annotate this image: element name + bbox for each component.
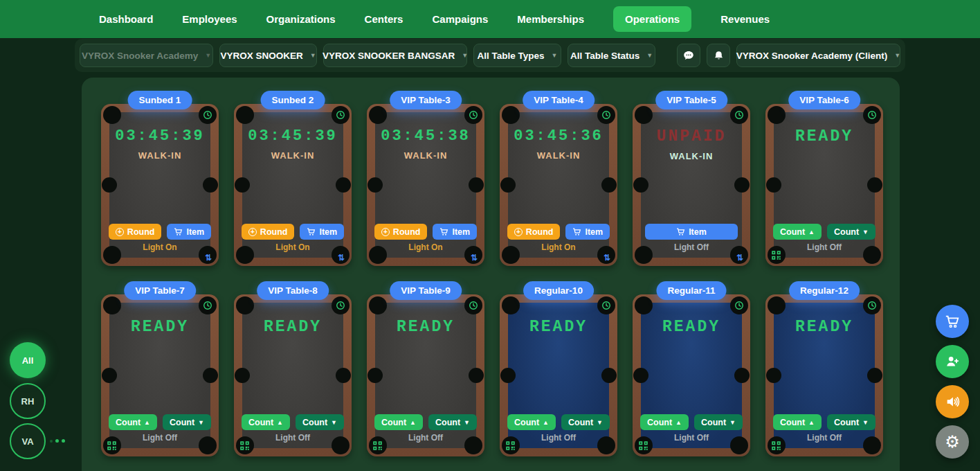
sound-fab[interactable] [936, 385, 969, 418]
item-button[interactable]: Item [300, 224, 344, 240]
qr-code-icon[interactable] [107, 441, 117, 451]
qr-code-icon[interactable] [372, 441, 383, 451]
count-down-button[interactable]: Count▼ [428, 414, 477, 430]
transfer-icon[interactable]: ⇅ [471, 254, 478, 262]
nav-item-dashboard[interactable]: Dashboard [99, 13, 153, 25]
cart-icon [307, 227, 316, 236]
qr-code-icon[interactable] [239, 441, 250, 451]
pocket-bottom-right [863, 436, 881, 454]
table-card-vip-table-3: VIP Table-3 03:45:38 WALK-IN +Round Item… [367, 91, 484, 266]
transfer-icon[interactable]: ⇅ [338, 254, 345, 262]
table-name-badge[interactable]: Regular-12 [789, 281, 860, 300]
chat-button[interactable] [677, 44, 700, 67]
table-type-select[interactable]: All Table Types ▼ [473, 44, 561, 67]
count-down-button[interactable]: Count▼ [827, 414, 875, 430]
count-up-button[interactable]: Count▲ [242, 414, 290, 430]
count-up-button[interactable]: Count▲ [773, 414, 822, 430]
timer-clock-icon [469, 110, 478, 120]
pocket-bottom-left [635, 246, 653, 264]
snooker-table[interactable]: READY Count▲ Count▼ Light Off [367, 294, 484, 456]
chevron-down-icon: ▼ [894, 52, 900, 59]
notifications-button[interactable] [707, 44, 730, 67]
count-up-button[interactable]: Count▲ [640, 414, 689, 430]
round-button[interactable]: +Round [374, 224, 428, 240]
table-name-badge[interactable]: Sunbed 2 [261, 91, 325, 109]
item-button[interactable]: Item [433, 224, 477, 240]
table-name-badge[interactable]: VIP Table-9 [390, 281, 462, 300]
brand-select[interactable]: VYROX SNOOKER ▼ [219, 44, 317, 67]
snooker-table[interactable]: UNPAID WALK-IN Item Light Off [633, 104, 750, 266]
table-name-badge[interactable]: VIP Table-6 [788, 91, 860, 109]
snooker-table[interactable]: READY Count▲ Count▼ Light Off [765, 104, 883, 266]
organization-select[interactable]: VYROX Snooker Academy ▼ [80, 44, 213, 67]
side-filter-va[interactable]: VA [10, 423, 46, 459]
snooker-table[interactable]: 03:45:39 WALK-IN +Round Item Light On [234, 104, 352, 266]
snooker-table[interactable]: READY Count▲ Count▼ Light Off [765, 294, 883, 456]
table-name-badge[interactable]: VIP Table-4 [523, 91, 595, 109]
nav-item-memberships[interactable]: Memberships [517, 13, 584, 25]
qr-code-icon[interactable] [771, 441, 781, 451]
count-up-button[interactable]: Count▲ [109, 414, 157, 430]
center-select[interactable]: VYROX SNOOKER BANGSAR ▼ [323, 44, 467, 67]
snooker-table[interactable]: 03:45:36 WALK-IN +Round Item Light On [500, 104, 617, 266]
snooker-table[interactable]: 03:45:39 WALK-IN +Round Item Light On [101, 104, 219, 266]
snooker-table[interactable]: READY Count▲ Count▼ Light Off [633, 294, 750, 456]
table-name-badge[interactable]: VIP Table-8 [257, 281, 329, 300]
snooker-table[interactable]: READY Count▲ Count▼ Light Off [500, 294, 617, 456]
qr-code-icon[interactable] [638, 441, 648, 451]
side-filter-rh[interactable]: RH [10, 383, 46, 419]
count-up-button[interactable]: Count▲ [374, 414, 423, 430]
pocket-middle-right [734, 177, 750, 193]
round-button[interactable]: +Round [507, 224, 561, 240]
table-name-badge[interactable]: VIP Table-7 [124, 281, 196, 300]
count-up-button[interactable]: Count▲ [773, 224, 822, 240]
booking-type-label: WALK-IN [508, 150, 609, 161]
item-button[interactable]: Item [645, 224, 738, 240]
triangle-down-icon: ▼ [198, 419, 204, 426]
round-button[interactable]: +Round [242, 224, 295, 240]
nav-item-employees[interactable]: Employees [182, 13, 237, 25]
table-name-badge[interactable]: Sunbed 1 [128, 91, 192, 109]
table-status-select[interactable]: All Table Status ▼ [568, 44, 655, 67]
table-name-badge[interactable]: Regular-11 [656, 281, 726, 300]
nav-item-centers[interactable]: Centers [365, 13, 403, 25]
cart-icon [676, 227, 685, 236]
client-select[interactable]: VYROX Snooker Academy (Client) ▼ [736, 44, 900, 67]
settings-fab[interactable]: ⚙ [936, 425, 969, 459]
item-button[interactable]: Item [167, 224, 211, 240]
table-status-text: 03:45:36 [508, 127, 609, 145]
nav-item-organizations[interactable]: Organizations [266, 13, 336, 25]
add-person-fab[interactable] [936, 345, 969, 378]
transfer-icon[interactable]: ⇅ [736, 254, 743, 262]
table-name-badge[interactable]: VIP Table-5 [655, 91, 727, 109]
table-actions: Count▲ Count▼ [641, 414, 742, 430]
booking-type-label: WALK-IN [109, 150, 210, 161]
side-filter-all[interactable]: All [10, 342, 46, 378]
pocket-top-left [236, 296, 254, 314]
nav-item-revenues[interactable]: Revenues [720, 13, 770, 25]
plus-circle-icon: + [514, 228, 523, 236]
timer-clock-icon [734, 301, 744, 310]
count-down-button[interactable]: Count▼ [561, 414, 610, 430]
qr-code-icon[interactable] [771, 250, 781, 260]
table-name-badge[interactable]: Regular-10 [523, 281, 594, 300]
snooker-table[interactable]: READY Count▲ Count▼ Light Off [101, 294, 219, 456]
count-down-button[interactable]: Count▼ [827, 224, 875, 240]
cart-fab[interactable] [936, 305, 969, 338]
count-up-button[interactable]: Count▲ [507, 414, 556, 430]
count-down-button[interactable]: Count▼ [296, 414, 344, 430]
table-name-badge[interactable]: VIP Table-3 [390, 91, 462, 109]
nav-item-operations-active[interactable]: Operations [613, 6, 691, 32]
nav-item-campaigns[interactable]: Campaigns [432, 13, 488, 25]
snooker-table[interactable]: 03:45:38 WALK-IN +Round Item Light On [367, 104, 484, 266]
item-button[interactable]: Item [565, 224, 610, 240]
count-down-button[interactable]: Count▼ [694, 414, 743, 430]
table-actions: Count▲ Count▼ [508, 414, 609, 430]
transfer-icon[interactable]: ⇅ [205, 254, 212, 262]
count-down-button[interactable]: Count▼ [163, 414, 211, 430]
snooker-table[interactable]: READY Count▲ Count▼ Light Off [234, 294, 352, 456]
round-button[interactable]: +Round [109, 224, 162, 240]
table-status-text: READY [774, 318, 875, 336]
transfer-icon[interactable]: ⇅ [604, 254, 610, 262]
qr-code-icon[interactable] [505, 441, 516, 451]
